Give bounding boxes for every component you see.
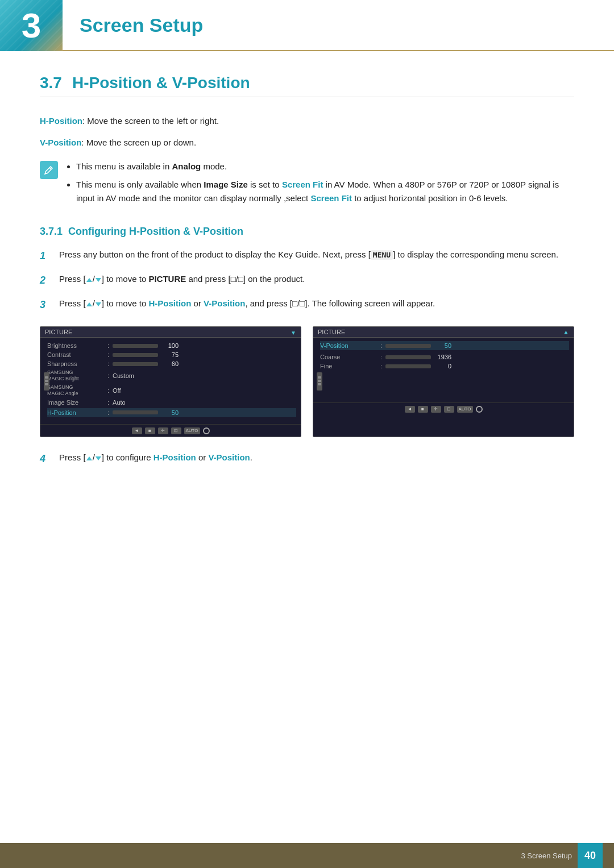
down-arrow-indicator: ▼ bbox=[291, 330, 296, 336]
chapter-title: Screen Setup bbox=[80, 14, 203, 36]
svg-rect-3 bbox=[318, 376, 321, 379]
contrast-label: Contrast bbox=[47, 351, 104, 358]
section-number: 3.7 bbox=[40, 74, 62, 92]
brightness-label: Brightness bbox=[47, 342, 104, 349]
v-position-menu-label: V-Position bbox=[320, 342, 377, 349]
nav-auto: AUTO bbox=[184, 427, 200, 434]
subsection-number: 3.7.1 bbox=[40, 226, 63, 237]
screen-left-titlebar: PICTURE bbox=[40, 327, 301, 338]
v-position-bold-4: V-Position bbox=[208, 452, 250, 462]
step-2-text: Press [/] to move to PICTURE and press [… bbox=[59, 272, 574, 286]
h-position-label: H-Position bbox=[40, 116, 82, 126]
menu-key: MENU bbox=[371, 250, 393, 260]
screen-row-magic-angle: SAMSUNGMAGIC Angle : Off bbox=[47, 383, 296, 398]
screen-fit-bold-1: Screen Fit bbox=[282, 180, 323, 189]
screen-right-content: V-Position : 50 Coarse : 1936 bbox=[313, 338, 574, 374]
magic-bright-label: SAMSUNGMAGIC Bright bbox=[47, 369, 104, 382]
arrow-up-icon-2 bbox=[86, 302, 92, 306]
screen-row-v-position: V-Position : 50 bbox=[320, 341, 569, 350]
right-nav-power bbox=[476, 406, 483, 413]
screen-row-sharpness: Sharpness : 60 bbox=[47, 359, 296, 368]
step-1: 1 Press any button on the front of the p… bbox=[40, 248, 574, 264]
step-3: 3 Press [/] to move to H-Position or V-P… bbox=[40, 297, 574, 313]
step-3-num: 3 bbox=[40, 297, 56, 313]
section-title-text: H-Position & V-Position bbox=[72, 74, 250, 92]
fine-label: Fine bbox=[320, 363, 377, 369]
arrow-down-icon-2 bbox=[96, 302, 101, 306]
note-bullets: This menu is available in Analog mode. T… bbox=[66, 160, 574, 210]
step-1-text: Press any button on the front of the pro… bbox=[59, 248, 574, 261]
note-box: This menu is available in Analog mode. T… bbox=[40, 160, 574, 210]
v-position-desc: V-Position: Move the screen up or down. bbox=[40, 136, 574, 149]
image-size-label: Image Size bbox=[47, 399, 104, 406]
magic-angle-label: SAMSUNGMAGIC Angle bbox=[47, 384, 104, 397]
right-nav-icon-1: ◄ bbox=[405, 406, 415, 413]
picture-bold: PICTURE bbox=[148, 274, 186, 284]
step-3-text: Press [/] to move to H-Position or V-Pos… bbox=[59, 297, 574, 310]
right-nav-auto: AUTO bbox=[457, 406, 473, 413]
screen-row-image-size: Image Size : Auto bbox=[47, 398, 296, 407]
analog-bold: Analog bbox=[172, 161, 201, 171]
image-size-bold: Image Size bbox=[204, 180, 248, 189]
step-4-list: 4 Press [/] to configure H-Position or V… bbox=[40, 451, 574, 467]
screenshots-area: PICTURE Brightness : 100 bbox=[40, 326, 574, 437]
screen-row-magic-bright: SAMSUNGMAGIC Bright : Custom bbox=[47, 368, 296, 383]
right-nav-icon-3: ✛ bbox=[431, 406, 441, 413]
right-nav-icon-4: ⊡ bbox=[444, 406, 454, 413]
h-position-bold-4: H-Position bbox=[154, 452, 196, 462]
step-4-num: 4 bbox=[40, 451, 56, 467]
svg-rect-1 bbox=[45, 380, 48, 382]
monitor-icon-svg bbox=[44, 376, 49, 387]
h-position-menu-label: H-Position bbox=[47, 409, 104, 416]
screen-fit-bold-2: Screen Fit bbox=[310, 193, 352, 203]
subsection-title-text: Configuring H-Position & V-Position bbox=[68, 226, 243, 237]
up-triangle-indicator: ▲ bbox=[563, 329, 569, 335]
h-position-bold: H-Position bbox=[148, 298, 191, 308]
screen-right-icon bbox=[317, 372, 322, 391]
step-4: 4 Press [/] to configure H-Position or V… bbox=[40, 451, 574, 467]
screen-row-fine: Fine : 0 bbox=[320, 362, 569, 371]
screen-row-brightness: Brightness : 100 bbox=[47, 341, 296, 350]
chapter-number: 3 bbox=[22, 8, 41, 43]
nav-icon-2: ■ bbox=[145, 427, 155, 434]
nav-icon-1: ◄ bbox=[132, 427, 142, 434]
steps-list: 1 Press any button on the front of the p… bbox=[40, 248, 574, 313]
subsection-title: 3.7.1 Configuring H-Position & V-Positio… bbox=[40, 226, 574, 238]
monitor-icon-svg-right bbox=[317, 376, 322, 387]
h-position-desc: H-Position: Move the screen to the left … bbox=[40, 114, 574, 128]
pencil-icon bbox=[43, 164, 55, 176]
screen-row-coarse: Coarse : 1936 bbox=[320, 352, 569, 362]
h-position-text: : Move the screen to the left or right. bbox=[82, 116, 219, 126]
page-footer: 3 Screen Setup 40 bbox=[0, 843, 614, 868]
page-header: 3 Screen Setup bbox=[0, 0, 614, 51]
note-icon bbox=[40, 161, 58, 179]
screen-left-icon bbox=[44, 372, 49, 391]
screen-left: PICTURE Brightness : 100 bbox=[40, 326, 301, 437]
step-1-num: 1 bbox=[40, 248, 56, 264]
step-2-num: 2 bbox=[40, 272, 56, 289]
note-item-1: This menu is available in Analog mode. bbox=[76, 160, 574, 173]
arrow-down-icon bbox=[96, 278, 101, 282]
screen-right-nav: ◄ ■ ✛ ⊡ AUTO bbox=[313, 402, 574, 415]
v-position-label: V-Position bbox=[40, 138, 81, 147]
section-title: 3.7H-Position & V-Position bbox=[40, 74, 574, 97]
nav-icon-4: ⊡ bbox=[171, 427, 181, 434]
footer-label: 3 Screen Setup bbox=[521, 852, 572, 860]
screen-right-body: V-Position : 50 Coarse : 1936 bbox=[313, 338, 574, 374]
arrow-up-icon-3 bbox=[86, 456, 92, 460]
footer-page-number: 40 bbox=[578, 843, 603, 868]
nav-icon-3: ✛ bbox=[158, 427, 168, 434]
right-nav-icon-2: ■ bbox=[418, 406, 428, 413]
sharpness-label: Sharpness bbox=[47, 360, 104, 367]
screen-right: PICTURE ▲ V-Position : bbox=[313, 326, 574, 437]
screen-left-body: Brightness : 100 Contrast : 75 bbox=[40, 338, 301, 420]
step-2: 2 Press [/] to move to PICTURE and press… bbox=[40, 272, 574, 289]
arrow-up-icon bbox=[86, 278, 92, 282]
screen-row-contrast: Contrast : 75 bbox=[47, 350, 296, 359]
screen-row-h-position: H-Position : 50 bbox=[47, 408, 296, 417]
note-item-2: This menu is only available when Image S… bbox=[76, 178, 574, 205]
screen-right-titlebar: PICTURE ▲ bbox=[313, 327, 574, 338]
coarse-label: Coarse bbox=[320, 354, 377, 360]
chapter-title-area: Screen Setup bbox=[63, 0, 614, 51]
main-content: 3.7H-Position & V-Position H-Position: M… bbox=[0, 68, 614, 524]
